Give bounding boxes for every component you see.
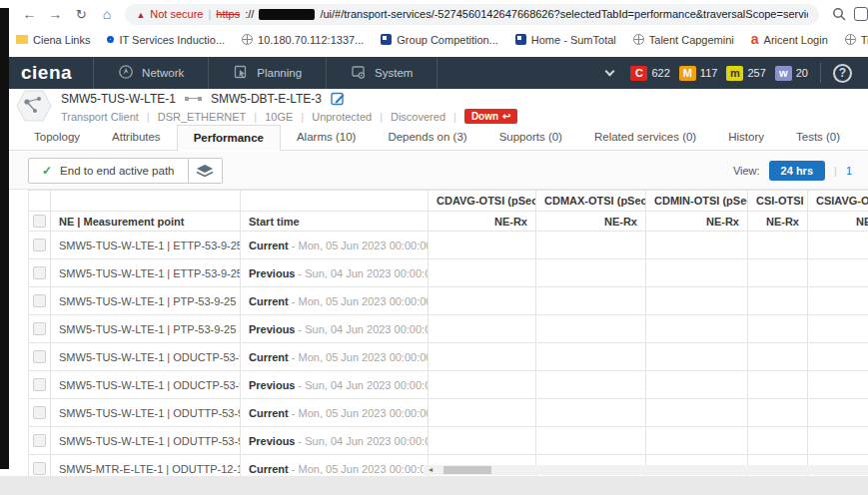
scrollbar-thumb[interactable] (443, 466, 491, 474)
row-checkbox[interactable] (33, 462, 46, 475)
planning-icon (233, 64, 249, 82)
empty-header-cell (29, 191, 51, 212)
alarm-badge-M[interactable]: M117 (679, 66, 718, 81)
table-row[interactable]: SMW5-TUS-W-LTE-1 | ODUTTP-53-9-1-CNP1Pre… (29, 427, 868, 455)
metric-cell (429, 343, 536, 371)
view-24hrs-button[interactable]: 24 hrs (769, 161, 825, 181)
performance-table: CDAVG-OTSI (pSec/nm)CDMAX-OTSI (pSec/nm)… (28, 190, 868, 493)
folder-icon (16, 35, 28, 44)
metric-cell (748, 287, 808, 315)
date-separator: - (289, 240, 299, 251)
row-checkbox[interactable] (33, 266, 46, 279)
tab-attributes[interactable]: Attributes (96, 125, 177, 150)
help-button[interactable]: ? (833, 64, 852, 83)
forward-icon[interactable] (48, 5, 63, 23)
bookmark-item[interactable]: Home - SumTotal (515, 34, 616, 46)
end-to-end-path-toggle[interactable]: End to end active path (28, 158, 189, 184)
bookmark-item[interactable]: Ciena Links (16, 34, 90, 46)
edit-icon[interactable] (331, 91, 346, 106)
sub-column-header[interactable]: NE-Rx (429, 212, 536, 232)
table-row[interactable]: SMW5-TUS-W-LTE-1 | PTP-53-9-25Previous -… (29, 315, 868, 343)
bookmark-item[interactable]: 10.180.70.112:1337... (242, 34, 364, 46)
menu-network[interactable]: Network (94, 57, 208, 89)
row-checkbox[interactable] (33, 378, 46, 391)
menu-planning[interactable]: Planning (209, 57, 326, 89)
row-checkbox[interactable] (33, 322, 46, 335)
row-checkbox-cell (29, 259, 51, 287)
bookmark-item[interactable]: IT Services Inductio... (107, 34, 225, 46)
status-badge[interactable]: Down (464, 109, 518, 124)
select-all-checkbox[interactable] (33, 215, 46, 228)
side-panel-icon[interactable] (854, 7, 868, 21)
tab-tests-0[interactable]: Tests (0) (780, 125, 856, 150)
row-checkbox[interactable] (33, 239, 46, 251)
row-checkbox[interactable] (33, 406, 46, 419)
metric-cell (808, 371, 868, 399)
metric-cell (536, 371, 646, 399)
ne-measurement-point-cell: SMW5-TUS-W-LTE-1 | PTP-53-9-25 (51, 315, 241, 343)
alarm-badge-m[interactable]: m257 (726, 66, 765, 81)
service-endpoint-z[interactable]: SMW5-DBT-E-LTE-3 (211, 92, 322, 106)
column-header[interactable]: CDMIN-OTSI (pSec/nm) (646, 191, 748, 212)
warning-icon[interactable] (136, 8, 145, 20)
table-group-header-row: CDAVG-OTSI (pSec/nm)CDMAX-OTSI (pSec/nm)… (29, 191, 868, 212)
sub-column-header[interactable]: NE-Rx (536, 212, 646, 232)
bookmark-item[interactable]: Group Competition... (381, 34, 498, 46)
service-attribute: Unprotected (312, 111, 372, 123)
column-header[interactable]: NE | Measurement point (51, 212, 241, 232)
table-row[interactable]: SMW5-TUS-W-LTE-1 | ETTP-53-9-25Previous … (29, 259, 868, 287)
column-header[interactable]: CDAVG-OTSI (pSec/nm) (429, 191, 536, 212)
tab-topology[interactable]: Topology (18, 125, 96, 150)
reload-icon[interactable] (74, 5, 89, 24)
table-row[interactable]: SMW5-TUS-W-LTE-1 | ODUTTP-53-9-1-CNP1Cur… (29, 399, 868, 427)
table-row[interactable]: SMW5-TUS-W-LTE-1 | ODUCTP-53-9-25-2EP1Pr… (29, 371, 868, 399)
metric-cell (536, 232, 646, 259)
metric-cell (646, 343, 748, 371)
horizontal-scrollbar[interactable] (424, 465, 868, 475)
network-icon (118, 64, 134, 82)
sub-column-header[interactable]: NE-Rx (646, 212, 748, 232)
start-time-cell: Current - Mon, 05 Jun 2023 00:00:00 GMT (241, 399, 429, 427)
start-date: Sun, 04 Jun 2023 00:00:00 GMT (305, 267, 428, 279)
layers-button[interactable] (189, 158, 223, 184)
column-header[interactable]: CSIAVG-OT (808, 191, 868, 212)
tab-history[interactable]: History (712, 125, 780, 150)
table-row[interactable]: SMW5-TUS-W-LTE-1 | ODUCTP-53-9-25-2EP1Cu… (29, 343, 868, 371)
bookmark-item[interactable]: aAricent Login (751, 34, 828, 46)
not-secure-label: Not secure (150, 8, 203, 20)
row-checkbox-cell (29, 287, 51, 315)
sub-column-header[interactable]: NE-Rx (748, 212, 808, 232)
tab-supports-0[interactable]: Supports (0) (483, 125, 578, 150)
row-checkbox[interactable] (33, 294, 46, 307)
service-endpoint-a[interactable]: SMW5-TUS-W-LTE-1 (61, 92, 176, 106)
home-icon[interactable] (100, 5, 115, 23)
url-scheme-sep: :// (245, 8, 254, 20)
alarm-severity-box: m (726, 66, 743, 81)
scroll-left-arrow-icon[interactable] (424, 465, 437, 475)
tab-performance[interactable]: Performance (177, 125, 281, 151)
table-row[interactable]: SMW5-TUS-W-LTE-1 | PTP-53-9-25Current - … (29, 287, 868, 315)
back-icon[interactable] (22, 5, 37, 23)
row-checkbox[interactable] (33, 350, 46, 363)
bookmark-item[interactable]: Time Card Manage... (845, 34, 868, 46)
column-header[interactable]: CDMAX-OTSI (pSec/nm) (536, 191, 646, 212)
tab-related-services-0[interactable]: Related services (0) (578, 125, 712, 150)
tab-alarms-10[interactable]: Alarms (10) (281, 125, 372, 150)
service-icon (16, 90, 52, 122)
address-bar[interactable]: Not secure | https :// /ui/#/transport-s… (125, 4, 819, 25)
menu-system[interactable]: System (327, 57, 436, 89)
sub-column-header[interactable]: NE-Rx (808, 212, 868, 232)
column-header[interactable]: CSI-OTSI (748, 191, 808, 212)
bookmark-item[interactable]: Talent Capgemini (633, 34, 734, 46)
row-checkbox[interactable] (33, 434, 46, 447)
metric-cell (646, 232, 748, 259)
tab-depends-on-3[interactable]: Depends on (3) (372, 125, 482, 150)
column-header[interactable]: Start time (241, 212, 429, 232)
globe-icon (633, 34, 644, 45)
chevron-down-icon[interactable] (605, 67, 615, 77)
alarm-badge-w[interactable]: w20 (775, 66, 808, 81)
view-next-option[interactable]: 1 (846, 165, 852, 177)
search-icon[interactable] (832, 7, 846, 21)
alarm-badge-C[interactable]: C622 (630, 66, 669, 81)
table-row[interactable]: SMW5-TUS-W-LTE-1 | ETTP-53-9-25Current -… (29, 232, 868, 259)
